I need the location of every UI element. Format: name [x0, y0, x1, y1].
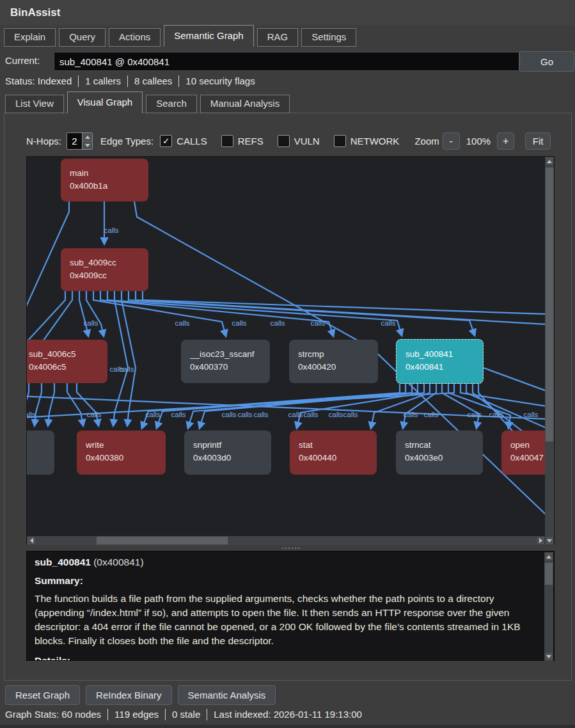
scroll-up-button[interactable]	[545, 157, 554, 166]
node-address: 0x4003d0	[193, 452, 271, 464]
nhops-up-button[interactable]	[83, 133, 92, 141]
zoom-out-button[interactable]: -	[443, 132, 460, 150]
graph-node-sub-400841[interactable]: sub_4008410x400841	[396, 339, 484, 384]
tab-settings[interactable]: Settings	[301, 28, 356, 47]
node-address: 0x400420	[298, 361, 378, 374]
call-edge	[157, 384, 406, 428]
graph-canvas[interactable]: callscallscallscallscallscallscallscalls…	[27, 157, 545, 535]
node-address: 0x40047	[510, 452, 545, 464]
scroll-left-icon	[30, 538, 33, 543]
call-edge	[67, 383, 83, 425]
tab-query[interactable]: Query	[59, 28, 106, 47]
status-part: Status: Indexed	[5, 75, 72, 86]
graph-node-strcmp[interactable]: strcmp0x400420	[289, 340, 378, 383]
scroll-thumb[interactable]	[96, 536, 228, 545]
graph-node-snprintf[interactable]: snprintf0x4003d0	[184, 431, 271, 475]
checkbox-label: REFS	[238, 136, 264, 146]
separator	[78, 75, 79, 87]
edge-types-label: Edge Types:	[100, 136, 154, 146]
node-label: strncat	[405, 439, 483, 452]
graph-node-open[interactable]: open0x40047	[501, 431, 545, 475]
graph-node-isoc23-sscanf[interactable]: __isoc23_sscanf0x400370	[181, 340, 270, 383]
call-edge	[27, 383, 29, 425]
view-tab-search[interactable]: Search	[146, 95, 197, 113]
graph-node-clipped[interactable]	[27, 431, 54, 475]
graph-vertical-scrollbar[interactable]	[545, 157, 554, 545]
details-heading: Details:	[35, 655, 537, 660]
reset-graph-button[interactable]: Reset Graph	[5, 685, 80, 705]
app-title: BinAssist	[10, 6, 60, 19]
graph-node-write[interactable]: write0x400380	[77, 431, 166, 475]
zoom-in-button[interactable]: +	[497, 132, 514, 150]
edge-label: calls	[328, 411, 343, 418]
edge-label: calls	[27, 411, 36, 418]
scroll-thumb[interactable]	[544, 562, 553, 585]
call-edge	[77, 383, 98, 425]
nhops-down-button[interactable]	[83, 141, 92, 149]
edge-label: calls	[270, 319, 285, 327]
call-edge	[35, 383, 42, 425]
node-label: sub_4009cc	[70, 257, 148, 269]
edge-label: calls	[83, 319, 98, 327]
edge-label: calls	[523, 411, 538, 418]
tab-actions[interactable]: Actions	[109, 28, 161, 47]
fit-button[interactable]: Fit	[525, 132, 551, 150]
scroll-track[interactable]	[545, 166, 554, 536]
splitter-handle[interactable]	[26, 546, 555, 551]
checkbox-network[interactable]: NETWORK	[334, 135, 400, 147]
graph-node-main[interactable]: main0x400b1a	[61, 159, 148, 202]
tab-rag[interactable]: RAG	[257, 28, 299, 47]
details-vertical-scrollbar[interactable]	[544, 552, 553, 661]
checkbox-refs[interactable]: REFS	[221, 135, 264, 147]
go-button[interactable]: Go	[519, 51, 574, 72]
scroll-down-button[interactable]	[545, 536, 554, 545]
scroll-right-icon	[539, 538, 542, 543]
graph-pane: N-Hops: 2 Edge Types: ✓CALLSREFSVULNNETW…	[4, 113, 572, 681]
node-address: 0x400380	[86, 452, 166, 464]
scroll-track[interactable]	[36, 536, 536, 545]
node-address: 0x4006c5	[29, 361, 107, 374]
current-row: Current: Go	[0, 49, 575, 74]
edge-label: calls	[423, 411, 438, 418]
graph-node-stat[interactable]: stat0x400440	[290, 431, 377, 475]
edge-label: calls	[175, 319, 189, 327]
graph-controls: N-Hops: 2 Edge Types: ✓CALLSREFSVULNNETW…	[26, 132, 554, 150]
empty-checkbox	[334, 135, 346, 147]
spinner-up-icon	[85, 136, 90, 139]
tab-explain[interactable]: Explain	[4, 28, 56, 47]
reindex-binary-button[interactable]: ReIndex Binary	[86, 685, 172, 705]
tab-semantic-graph[interactable]: Semantic Graph	[164, 25, 253, 47]
view-tab-manual-analysis[interactable]: Manual Analysis	[200, 95, 290, 113]
current-function-input[interactable]	[54, 52, 519, 71]
checkbox-calls[interactable]: ✓CALLS	[160, 135, 207, 147]
scroll-down-button[interactable]	[544, 652, 553, 661]
scroll-up-button[interactable]	[544, 552, 553, 561]
status-part: 0 stale	[172, 709, 200, 720]
graph-horizontal-scrollbar[interactable]	[27, 536, 545, 545]
checkmark-icon: ✓	[160, 135, 172, 147]
status-part: 1 callers	[85, 75, 121, 86]
scroll-thumb[interactable]	[545, 167, 554, 442]
scroll-track[interactable]	[544, 561, 553, 652]
node-label: __isoc23_sscanf	[190, 348, 270, 361]
checkbox-label: CALLS	[177, 136, 207, 146]
nhops-value: 2	[67, 133, 82, 149]
edge-label: calls	[171, 411, 185, 418]
semantic-analysis-button[interactable]: Semantic Analysis	[178, 685, 276, 705]
edge-label: calls	[253, 411, 268, 418]
checkbox-vuln[interactable]: VULN	[278, 135, 320, 147]
edge-label: calls	[381, 319, 395, 327]
node-label: sub_4006c5	[29, 348, 107, 361]
status-part: 10 security flags	[185, 75, 255, 86]
status-line: Status: Indexed1 callers8 callees10 secu…	[5, 75, 255, 87]
graph-node-strncat[interactable]: strncat0x4003e0	[396, 431, 483, 475]
call-edge	[448, 384, 510, 428]
nhops-spinner[interactable]: 2	[67, 132, 93, 150]
graph-node-sub-4006c5[interactable]: sub_4006c50x4006c5	[27, 340, 107, 383]
scroll-right-button[interactable]	[536, 536, 545, 545]
view-tab-list-view[interactable]: List View	[5, 95, 64, 113]
scroll-left-button[interactable]	[27, 536, 36, 545]
graph-node-sub-4009cc[interactable]: sub_4009cc0x4009cc	[61, 248, 148, 291]
view-tab-visual-graph[interactable]: Visual Graph	[67, 91, 143, 113]
status-part: 119 edges	[114, 709, 159, 720]
